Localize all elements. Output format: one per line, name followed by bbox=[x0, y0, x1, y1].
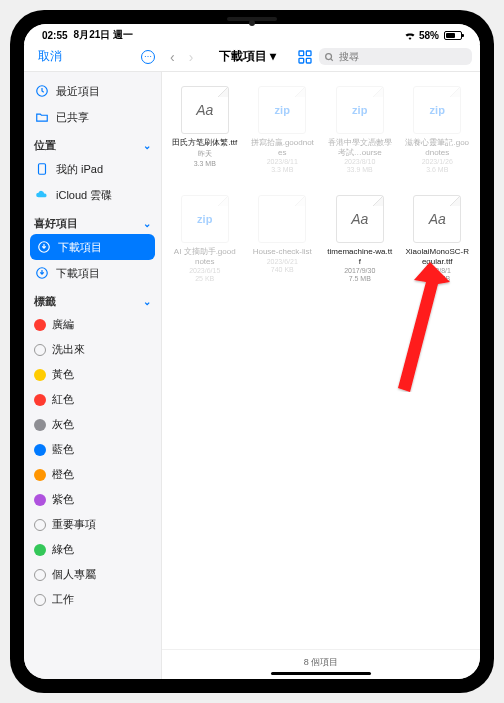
file-item[interactable]: XiaolaiMonoSC-Regular.ttf2023/8/121.9 MB bbox=[401, 195, 475, 300]
file-item[interactable]: zip拼寫拾贏.goodnotes2023/8/113.3 MB bbox=[246, 86, 320, 191]
file-date: 2017/9/30 bbox=[344, 267, 375, 274]
page-title[interactable]: 下載項目 ▾ bbox=[203, 48, 291, 65]
download-icon bbox=[34, 265, 50, 281]
tag-dot-icon bbox=[34, 569, 46, 581]
main-panel: 田氏方笔刷体繁.ttf昨天3.3 MBzip拼寫拾贏.goodnotes2023… bbox=[162, 72, 480, 679]
file-name: AI 文摘助手.goodnotes bbox=[172, 247, 238, 266]
tag-label: 橙色 bbox=[52, 467, 74, 482]
file-name: XiaolaiMonoSC-Regular.ttf bbox=[404, 247, 470, 266]
file-item[interactable]: 田氏方笔刷体繁.ttf昨天3.3 MB bbox=[168, 86, 242, 191]
sidebar-tag-item[interactable]: 個人專屬 bbox=[24, 562, 161, 587]
sidebar-item-downloads-active[interactable]: 下載項目 bbox=[30, 234, 155, 260]
sidebar-tag-item[interactable]: 紫色 bbox=[24, 487, 161, 512]
file-grid: 田氏方笔刷体繁.ttf昨天3.3 MBzip拼寫拾贏.goodnotes2023… bbox=[162, 72, 480, 649]
ipad-icon bbox=[34, 161, 50, 177]
file-date: 2023/6/15 bbox=[189, 267, 220, 274]
svg-rect-3 bbox=[306, 58, 311, 63]
font-file-icon bbox=[413, 195, 461, 243]
file-name: 香港中學文憑數學考試…ourse bbox=[327, 138, 393, 157]
sidebar-section-locations[interactable]: 位置 ⌄ bbox=[24, 130, 161, 156]
file-name: 滋養心靈筆記.goodnotes bbox=[404, 138, 470, 157]
sidebar-tag-item[interactable]: 藍色 bbox=[24, 437, 161, 462]
tag-label: 綠色 bbox=[52, 542, 74, 557]
sidebar-tag-item[interactable]: 廣編 bbox=[24, 312, 161, 337]
sidebar-tag-item[interactable]: 紅色 bbox=[24, 387, 161, 412]
zip-file-icon: zip bbox=[258, 86, 306, 134]
tag-label: 工作 bbox=[52, 592, 74, 607]
file-item[interactable]: zipAI 文摘助手.goodnotes2023/6/1525 KB bbox=[168, 195, 242, 300]
file-item[interactable]: timemachine-wa.ttf2017/9/307.5 MB bbox=[323, 195, 397, 300]
grid-view-icon[interactable] bbox=[297, 49, 313, 65]
file-size: 25 KB bbox=[195, 275, 214, 282]
back-button[interactable]: ‹ bbox=[166, 49, 179, 65]
file-name: 拼寫拾贏.goodnotes bbox=[249, 138, 315, 157]
download-icon bbox=[36, 239, 52, 255]
forward-button[interactable]: › bbox=[185, 49, 198, 65]
sidebar-item-icloud[interactable]: iCloud 雲碟 bbox=[24, 182, 161, 208]
sidebar-section-tags[interactable]: 標籤 ⌄ bbox=[24, 286, 161, 312]
tag-label: 重要事項 bbox=[52, 517, 96, 532]
cloud-icon bbox=[34, 187, 50, 203]
sidebar-item-recent[interactable]: 最近項目 bbox=[24, 78, 161, 104]
svg-rect-5 bbox=[39, 164, 46, 175]
file-item[interactable]: House-check-list2023/6/21740 KB bbox=[246, 195, 320, 300]
content-area: 最近項目 已共享 位置 ⌄ 我的 iPad bbox=[24, 72, 480, 679]
sidebar-tag-item[interactable]: 重要事項 bbox=[24, 512, 161, 537]
folder-shared-icon bbox=[34, 109, 50, 125]
sidebar-tag-item[interactable]: 綠色 bbox=[24, 537, 161, 562]
file-date: 2023/8/11 bbox=[267, 158, 298, 165]
tag-dot-icon bbox=[34, 494, 46, 506]
status-bar: 02:55 8月21日 週一 58% bbox=[24, 24, 480, 44]
files-app: 取消 ⋯ ‹ › 下載項目 ▾ 最近項目 bbox=[24, 44, 480, 679]
sidebar-item-label: 我的 iPad bbox=[56, 162, 103, 177]
ipad-screen: 02:55 8月21日 週一 58% 取消 ⋯ ‹ › 下載項目 ▾ bbox=[24, 24, 480, 679]
svg-rect-2 bbox=[299, 58, 304, 63]
status-time: 02:55 bbox=[42, 30, 68, 41]
tag-label: 廣編 bbox=[52, 317, 74, 332]
tag-dot-icon bbox=[34, 519, 46, 531]
sidebar-tag-item[interactable]: 灰色 bbox=[24, 412, 161, 437]
chevron-down-icon: ⌄ bbox=[143, 140, 151, 151]
sidebar[interactable]: 最近項目 已共享 位置 ⌄ 我的 iPad bbox=[24, 72, 162, 679]
sidebar-item-shared[interactable]: 已共享 bbox=[24, 104, 161, 130]
file-date: 2023/6/21 bbox=[267, 258, 298, 265]
search-input[interactable] bbox=[319, 48, 472, 65]
file-size: 740 KB bbox=[271, 266, 294, 273]
tag-dot-icon bbox=[34, 369, 46, 381]
sidebar-tag-item[interactable]: 黃色 bbox=[24, 362, 161, 387]
cancel-button[interactable]: 取消 bbox=[38, 48, 62, 65]
tag-label: 洗出來 bbox=[52, 342, 85, 357]
file-item[interactable]: zip香港中學文憑數學考試…ourse2023/8/1033.9 MB bbox=[323, 86, 397, 191]
tag-dot-icon bbox=[34, 594, 46, 606]
chevron-down-icon: ⌄ bbox=[143, 296, 151, 307]
file-date: 2023/8/10 bbox=[344, 158, 375, 165]
font-file-icon bbox=[181, 86, 229, 134]
file-date: 2023/1/26 bbox=[422, 158, 453, 165]
battery-icon bbox=[444, 31, 462, 40]
sidebar-tag-item[interactable]: 橙色 bbox=[24, 462, 161, 487]
file-size: 3.6 MB bbox=[426, 166, 448, 173]
more-button[interactable]: ⋯ bbox=[140, 49, 156, 65]
file-size: 21.9 MB bbox=[424, 275, 450, 282]
sidebar-tag-item[interactable]: 洗出來 bbox=[24, 337, 161, 362]
home-indicator[interactable] bbox=[271, 672, 371, 675]
file-name: House-check-list bbox=[253, 247, 312, 257]
font-file-icon bbox=[336, 195, 384, 243]
sidebar-item-label: 已共享 bbox=[56, 110, 89, 125]
svg-rect-0 bbox=[299, 51, 304, 56]
chevron-down-icon: ⌄ bbox=[143, 218, 151, 229]
file-item[interactable]: zip滋養心靈筆記.goodnotes2023/1/263.6 MB bbox=[401, 86, 475, 191]
camera-dot bbox=[249, 20, 255, 26]
sidebar-item-label: iCloud 雲碟 bbox=[56, 188, 112, 203]
file-date: 昨天 bbox=[198, 149, 212, 159]
sidebar-item-ipad[interactable]: 我的 iPad bbox=[24, 156, 161, 182]
file-size: 33.9 MB bbox=[347, 166, 373, 173]
sidebar-tag-item[interactable]: 工作 bbox=[24, 587, 161, 612]
sidebar-item-downloads[interactable]: 下載項目 bbox=[24, 260, 161, 286]
toolbar: 取消 ⋯ ‹ › 下載項目 ▾ bbox=[24, 44, 480, 72]
zip-file-icon: zip bbox=[336, 86, 384, 134]
sidebar-item-label: 最近項目 bbox=[56, 84, 100, 99]
file-name: 田氏方笔刷体繁.ttf bbox=[172, 138, 237, 148]
sidebar-section-favorites[interactable]: 喜好項目 ⌄ bbox=[24, 208, 161, 234]
tag-dot-icon bbox=[34, 444, 46, 456]
